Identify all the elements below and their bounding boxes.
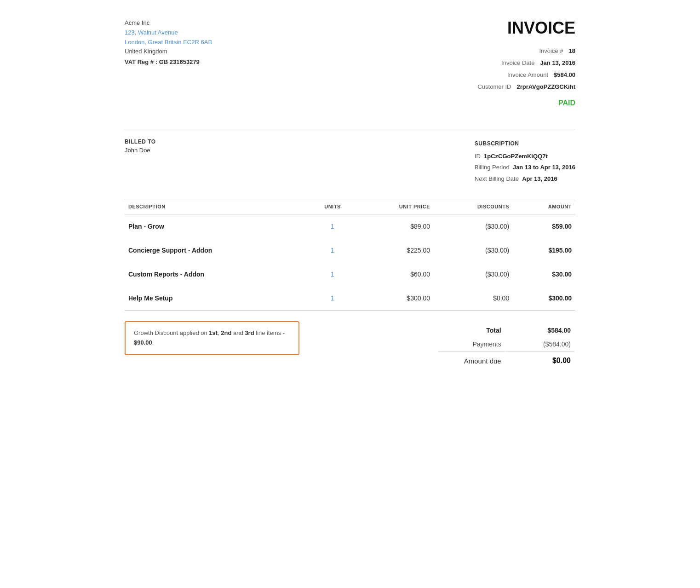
row-unit-price: $225.00 — [356, 238, 434, 262]
row-description: Custom Reports - Addon — [125, 262, 309, 286]
row-amount: $30.00 — [513, 262, 575, 286]
payments-row: Payments ($584.00) — [438, 338, 574, 351]
col-amount: AMOUNT — [513, 199, 575, 214]
row-discounts: $0.00 — [434, 286, 513, 311]
row-amount: $195.00 — [513, 238, 575, 262]
due-label: Amount due — [438, 352, 505, 368]
row-units: 1 — [309, 286, 356, 311]
invoice-date-label: Invoice Date — [501, 57, 534, 69]
company-address1: 123, Walnut Avenue — [125, 28, 212, 38]
invoice-number: 18 — [569, 45, 575, 57]
row-unit-price: $60.00 — [356, 262, 434, 286]
subscription-next-billing-label: Next Billing Date — [475, 175, 519, 182]
row-amount: $59.00 — [513, 214, 575, 238]
discount-note-item2: 2nd — [221, 329, 231, 336]
table-header-row: DESCRIPTION UNITS UNIT PRICE DISCOUNTS A… — [125, 199, 575, 214]
invoice-customer-id: 2rprAVgoPZZGCKiht — [516, 81, 575, 93]
row-description: Help Me Setup — [125, 286, 309, 311]
subscription-id: 1pCzCGoPZemKiQQ7t — [484, 153, 548, 160]
invoice-amount-row: Invoice Amount $584.00 — [477, 69, 575, 81]
invoice-number-label: Invoice # — [539, 45, 563, 57]
table-row: Custom Reports - Addon 1 $60.00 ($30.00)… — [125, 262, 575, 286]
subscription-section: SUBSCRIPTION ID 1pCzCGoPZemKiQQ7t Billin… — [475, 138, 575, 185]
table-row: Plan - Grow 1 $89.00 ($30.00) $59.00 — [125, 214, 575, 238]
invoice-date-row: Invoice Date Jan 13, 2016 — [477, 57, 575, 69]
subscription-next-billing-row: Next Billing Date Apr 13, 2016 — [475, 173, 575, 185]
table-row: Help Me Setup 1 $300.00 $0.00 $300.00 — [125, 286, 575, 311]
divider-1 — [125, 129, 575, 129]
total-label: Total — [438, 322, 505, 337]
subscription-billing-period-row: Billing Period Jan 13 to Apr 13, 2016 — [475, 162, 575, 173]
payments-label: Payments — [438, 338, 505, 351]
discount-note-item3: 3rd — [245, 329, 254, 336]
total-row: Total $584.00 — [438, 322, 574, 337]
discount-note-prefix: Growth Discount applied on — [134, 329, 209, 336]
row-unit-price: $300.00 — [356, 286, 434, 311]
invoice-customer-row: Customer ID 2rprAVgoPZZGCKiht — [477, 81, 575, 93]
billed-to-section: BILLED TO John Doe — [125, 138, 156, 185]
col-unit-price: UNIT PRICE — [356, 199, 434, 214]
row-units: 1 — [309, 262, 356, 286]
subscription-billing-period-label: Billing Period — [475, 164, 510, 171]
company-name: Acme Inc — [125, 18, 212, 28]
row-description: Concierge Support - Addon — [125, 238, 309, 262]
company-vat: VAT Reg # : GB 231653279 — [125, 58, 212, 67]
totals-table: Total $584.00 Payments ($584.00) Amount … — [437, 321, 575, 369]
spacer-row — [125, 310, 575, 312]
invoice-amount: $584.00 — [554, 69, 575, 81]
invoice-status: PAID — [477, 96, 575, 110]
discount-note: Growth Discount applied on 1st, 2nd and … — [125, 321, 299, 355]
subscription-id-label: ID — [475, 153, 481, 160]
row-units: 1 — [309, 238, 356, 262]
billed-to-label: BILLED TO — [125, 138, 156, 145]
due-row: Amount due $0.00 — [438, 352, 574, 368]
invoice-title: INVOICE — [477, 18, 575, 38]
invoice-customer-label: Customer ID — [477, 81, 511, 93]
row-discounts: ($30.00) — [434, 238, 513, 262]
payments-value: ($584.00) — [506, 338, 574, 351]
invoice-amount-label: Invoice Amount — [507, 69, 548, 81]
due-value: $0.00 — [506, 352, 574, 368]
company-info: Acme Inc 123, Walnut Avenue London, Grea… — [125, 18, 212, 110]
discount-note-amount: $90.00 — [134, 339, 152, 346]
company-country: United Kingdom — [125, 47, 212, 57]
invoice-number-row: Invoice # 18 — [477, 45, 575, 57]
bottom-section: Growth Discount applied on 1st, 2nd and … — [125, 321, 575, 369]
invoice-header: Acme Inc 123, Walnut Avenue London, Grea… — [125, 18, 575, 110]
billed-to-name: John Doe — [125, 147, 156, 154]
row-description: Plan - Grow — [125, 214, 309, 238]
row-amount: $300.00 — [513, 286, 575, 311]
subscription-billing-period: Jan 13 to Apr 13, 2016 — [513, 164, 575, 171]
col-discounts: DISCOUNTS — [434, 199, 513, 214]
paid-badge: PAID — [558, 99, 575, 107]
table-row: Concierge Support - Addon 1 $225.00 ($30… — [125, 238, 575, 262]
invoice-date: Jan 13, 2016 — [540, 57, 575, 69]
invoice-title-section: INVOICE Invoice # 18 Invoice Date Jan 13… — [477, 18, 575, 110]
subscription-id-row: ID 1pCzCGoPZemKiQQ7t — [475, 151, 575, 162]
row-discounts: ($30.00) — [434, 262, 513, 286]
total-value: $584.00 — [506, 322, 574, 337]
subscription-next-billing: Apr 13, 2016 — [522, 175, 557, 182]
invoice-meta: Invoice # 18 Invoice Date Jan 13, 2016 I… — [477, 45, 575, 110]
items-table: DESCRIPTION UNITS UNIT PRICE DISCOUNTS A… — [125, 199, 575, 312]
subscription-label: SUBSCRIPTION — [475, 138, 575, 149]
billing-section: BILLED TO John Doe SUBSCRIPTION ID 1pCzC… — [125, 138, 575, 185]
company-address2: London, Great Britain EC2R 6AB — [125, 38, 212, 47]
row-discounts: ($30.00) — [434, 214, 513, 238]
col-units: UNITS — [309, 199, 356, 214]
row-units: 1 — [309, 214, 356, 238]
row-unit-price: $89.00 — [356, 214, 434, 238]
discount-note-item1: 1st — [209, 329, 218, 336]
col-description: DESCRIPTION — [125, 199, 309, 214]
